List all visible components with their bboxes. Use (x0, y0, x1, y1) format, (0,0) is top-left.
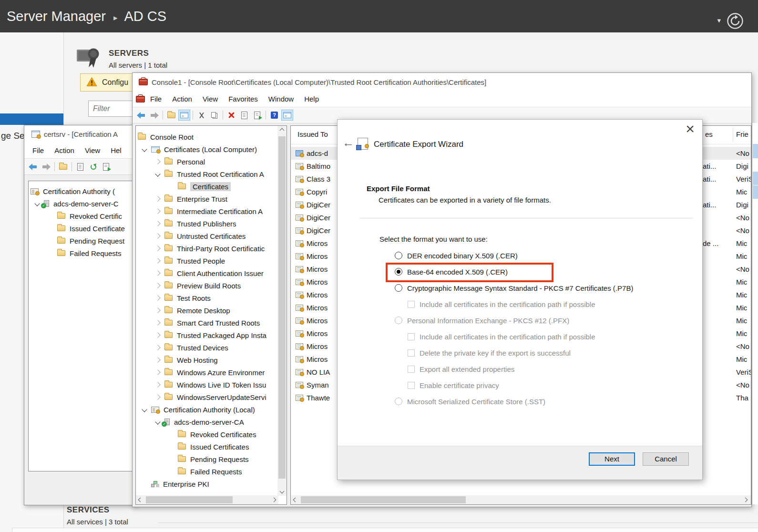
doc-icon[interactable] (238, 110, 250, 121)
chevron-down-icon[interactable] (151, 172, 164, 176)
tree-item[interactable]: Pending Request (29, 235, 136, 247)
list-item-columns[interactable]: de ...Mic (703, 237, 751, 250)
list-item-columns[interactable]: <No (703, 147, 751, 160)
copy-icon[interactable] (208, 110, 220, 121)
close-icon[interactable]: × (686, 121, 695, 137)
list-item-columns[interactable]: <No (703, 211, 751, 224)
tree-item[interactable]: Certificates (136, 180, 287, 193)
column-divider[interactable] (733, 128, 733, 142)
export-icon[interactable] (100, 161, 112, 172)
chevron-right-icon[interactable] (151, 209, 164, 213)
scissors-icon[interactable] (195, 110, 207, 121)
list-item-columns[interactable]: Tha (703, 391, 751, 404)
chevron-right-icon[interactable] (151, 197, 164, 201)
column-header-purposes[interactable]: es (705, 130, 713, 138)
refresh-icon[interactable] (727, 12, 744, 30)
tree-item[interactable]: Failed Requests (136, 465, 287, 478)
chevron-right-icon[interactable] (151, 395, 164, 399)
list-item-columns[interactable]: <No (703, 224, 751, 237)
column-header-friendly-name[interactable]: Frie (736, 130, 748, 138)
tree-item[interactable]: Preview Build Roots (136, 279, 287, 292)
list-item-columns[interactable]: <No (703, 340, 751, 353)
menu-favorites[interactable]: Favorites (228, 95, 258, 103)
list-item-columns[interactable]: Mic (703, 288, 751, 301)
winlist-icon[interactable] (281, 110, 293, 121)
menu-file[interactable]: File (32, 146, 44, 154)
radio-option[interactable]: DER encoded binary X.509 (.CER) (395, 247, 690, 264)
chevron-right-icon[interactable] (151, 333, 164, 337)
menu-help[interactable]: Help (304, 95, 319, 103)
chevron-right-icon[interactable] (151, 296, 164, 300)
breadcrumb[interactable]: AD CS (124, 9, 166, 24)
scroll-up-arrow[interactable] (277, 126, 287, 135)
list-item-columns[interactable]: ati...Digi (703, 198, 751, 211)
list-item-columns[interactable]: VeriS (703, 366, 751, 379)
tree-item[interactable]: Personal (136, 155, 287, 168)
chevron-right-icon[interactable] (151, 259, 164, 263)
list-horizontal-scrollbar[interactable] (291, 495, 751, 504)
export-icon[interactable] (251, 110, 263, 121)
chevron-down-icon[interactable] (138, 147, 151, 151)
tree-item[interactable]: Smart Card Trusted Roots (136, 317, 287, 329)
scroll-left-arrow[interactable] (136, 495, 145, 504)
tree-item[interactable]: Trusted Packaged App Insta (136, 329, 287, 341)
scroll-right-arrow[interactable] (741, 495, 750, 504)
scrollbar-thumb[interactable] (278, 136, 286, 479)
menu-action[interactable]: Action (172, 95, 192, 103)
tree-item[interactable]: Issued Certificate (29, 222, 136, 235)
chevron-right-icon[interactable] (151, 358, 164, 362)
scrollbar-thumb[interactable] (301, 496, 466, 503)
folder-icon[interactable] (165, 110, 177, 121)
tree-item[interactable]: adcs-demo-server-C (29, 197, 136, 210)
radio-option[interactable]: Cryptographic Message Syntax Standard - … (395, 280, 690, 296)
chevron-down-icon[interactable] (138, 408, 151, 411)
list-item-columns[interactable]: Mic (703, 185, 751, 198)
cancel-button[interactable]: Cancel (643, 452, 689, 466)
tree-vertical-scrollbar[interactable] (277, 126, 287, 496)
chevron-right-icon[interactable] (151, 284, 164, 287)
tree-item[interactable]: Trusted People (136, 255, 287, 267)
tree-item[interactable]: Trusted Publishers (136, 217, 287, 230)
menu-window[interactable]: Window (268, 95, 294, 103)
help-icon[interactable] (268, 110, 280, 121)
tree-item[interactable]: Enterprise PKI (136, 478, 287, 490)
list-item-columns[interactable]: Mic (703, 276, 751, 288)
tree-item[interactable]: Trusted Root Certification A (136, 168, 287, 180)
forward-icon[interactable] (148, 110, 160, 121)
tree-item[interactable]: Client Authentication Issuer (136, 267, 287, 279)
tree-item[interactable]: Windows Azure Environmer (136, 366, 287, 379)
radio-option[interactable]: Base-64 encoded X.509 (.CER) (395, 264, 690, 280)
tree-item[interactable]: Certification Authority ( (29, 185, 136, 197)
chevron-right-icon[interactable] (151, 321, 164, 325)
tree-item[interactable]: Untrusted Certificates (136, 230, 287, 242)
column-header-issued-to[interactable]: Issued To (297, 130, 328, 138)
tree-item[interactable]: Revoked Certific (29, 210, 136, 222)
tree-item[interactable]: adcs-demo-server-CA (136, 416, 287, 428)
tree-item[interactable]: Third-Party Root Certificatic (136, 242, 287, 255)
console-titlebar[interactable]: Console1 - [Console Root\Certificates (L… (133, 73, 751, 91)
scroll-down-arrow[interactable] (277, 487, 287, 496)
menu-file[interactable]: File (150, 95, 162, 103)
radio-button[interactable] (395, 252, 402, 259)
doc-icon[interactable] (74, 161, 86, 172)
list-item-columns[interactable]: Mic (703, 250, 751, 263)
tree-item[interactable]: Remote Desktop (136, 304, 287, 317)
list-item-columns[interactable]: ati...VeriS (703, 173, 751, 185)
tree-item[interactable]: Enterprise Trust (136, 193, 287, 205)
tree-item[interactable]: WindowsServerUpdateServi (136, 391, 287, 403)
list-item-columns[interactable]: Mic (703, 301, 751, 314)
chevron-right-icon[interactable] (151, 383, 164, 387)
list-item-columns[interactable]: ati...Digi (703, 160, 751, 173)
tree-item[interactable]: Console Root (136, 131, 287, 143)
scrollbar-thumb[interactable] (146, 496, 233, 503)
tree-item[interactable]: Certification Authority (Local) (136, 403, 287, 416)
tree-item[interactable]: Failed Requests (29, 247, 136, 259)
forward-icon[interactable] (40, 161, 52, 172)
certsrv-titlebar[interactable]: certsrv - [Certification A (24, 125, 136, 143)
back-icon[interactable] (135, 110, 147, 121)
tree-item[interactable]: Certificates (Local Computer) (136, 143, 287, 155)
winlist-icon[interactable] (178, 110, 190, 121)
chevron-right-icon[interactable] (151, 308, 164, 312)
menu-view[interactable]: View (203, 95, 218, 103)
scroll-left-arrow[interactable] (291, 495, 300, 504)
